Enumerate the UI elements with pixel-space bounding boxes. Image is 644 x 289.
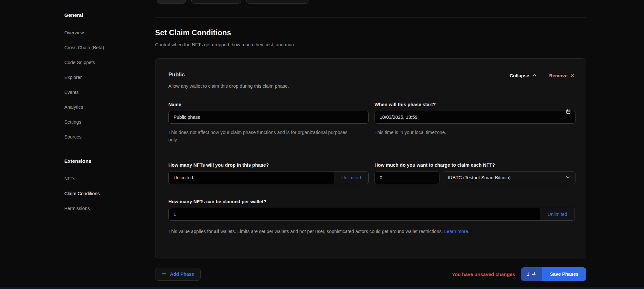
start-time-field: When will this phase start? This time is…	[375, 102, 575, 144]
phases-footer: Add Phase You have unsaved changes 1 Sav…	[155, 267, 586, 281]
toolbar-button[interactable]	[157, 0, 186, 4]
sidebar-item-settings[interactable]: Settings	[64, 115, 140, 129]
plus-icon	[162, 271, 166, 277]
per-wallet-input[interactable]	[169, 208, 540, 220]
sidebar-item-cross-chain[interactable]: Cross Chain (Beta)	[64, 40, 140, 55]
supply-label: How many NFTs will you drop in this phas…	[168, 162, 369, 168]
copy-icon	[196, 0, 200, 0]
sidebar-item-permissions[interactable]: Permissions	[64, 201, 140, 216]
phase-title: Public	[168, 72, 289, 78]
start-time-helper: This time is in your local timezone.	[375, 129, 575, 136]
calendar-icon[interactable]	[566, 109, 571, 116]
name-input[interactable]	[168, 111, 369, 124]
external-link-icon	[294, 0, 298, 0]
supply-input[interactable]	[169, 172, 334, 184]
start-time-label: When will this phase start?	[375, 102, 575, 107]
sidebar-section-extensions: Extensions	[64, 154, 140, 169]
learn-more-link[interactable]: Learn more	[444, 229, 468, 234]
transaction-count-button[interactable]: 1	[521, 267, 542, 281]
name-helper: This does not affect how your claim phas…	[168, 129, 349, 144]
sidebar-item-claim-conditions[interactable]: Claim Conditions	[64, 186, 140, 201]
unsaved-changes-text: You have unsaved changes	[452, 272, 515, 277]
contract-address-badge[interactable]: 0xeDc6...906c5	[191, 0, 241, 4]
save-phases-split-button: 1 Save Phases	[521, 267, 586, 281]
close-icon	[570, 73, 575, 79]
sidebar-item-analytics[interactable]: Analytics	[64, 100, 140, 115]
chevron-down-icon	[565, 175, 570, 181]
explorer-link-badge[interactable]: Rootstock Blockscout	[246, 0, 309, 4]
collapse-label: Collapse	[510, 73, 529, 78]
collapse-button[interactable]: Collapse	[510, 73, 537, 79]
sidebar-item-nfts[interactable]: NFTs	[64, 171, 140, 186]
add-phase-label: Add Phase	[170, 272, 194, 277]
transaction-count: 1	[527, 272, 530, 277]
sidebar-item-code-snippets[interactable]: Code Snippets	[64, 55, 140, 70]
start-time-input[interactable]	[375, 111, 575, 124]
sidebar-item-events[interactable]: Events	[64, 85, 140, 100]
phase-description: Allow any wallet to claim this drop duri…	[168, 83, 289, 89]
save-phases-button[interactable]: Save Phases	[542, 267, 586, 281]
contract-sidebar: General Overview Cross Chain (Beta) Code…	[64, 8, 140, 216]
page-subtitle: Control when the NFTs get dropped, how m…	[155, 42, 297, 47]
price-amount-input[interactable]	[375, 171, 439, 184]
section-divider	[155, 17, 586, 17]
sidebar-item-sources[interactable]: Sources	[64, 129, 140, 144]
remove-button[interactable]: Remove	[549, 73, 575, 79]
phase-card-public: Public Allow any wallet to claim this dr…	[155, 58, 586, 259]
per-wallet-field: How many NFTs can be claimed per wallet?…	[168, 199, 575, 237]
per-wallet-label: How many NFTs can be claimed per wallet?	[168, 199, 575, 204]
price-field: How much do you want to charge to claim …	[375, 162, 575, 184]
per-wallet-unlimited-button[interactable]: Unlimited	[540, 208, 575, 220]
swap-arrows-icon	[532, 272, 536, 277]
bottom-banner-edge	[0, 287, 644, 289]
remove-label: Remove	[549, 73, 567, 78]
sidebar-item-explorer[interactable]: Explorer	[64, 70, 140, 85]
chevron-up-icon	[532, 73, 537, 79]
name-field: Name This does not affect how your claim…	[168, 102, 369, 144]
page-title: Set Claim Conditions	[155, 28, 231, 37]
per-wallet-helper: This value applies for all wallets. Limi…	[168, 227, 571, 237]
supply-unlimited-button[interactable]: Unlimited	[334, 172, 368, 184]
currency-select[interactable]: tRBTC (Testnet Smart Bitcoin)	[443, 171, 575, 184]
helper-bold-all: all	[214, 229, 219, 234]
price-label: How much do you want to charge to claim …	[375, 162, 575, 168]
name-label: Name	[168, 102, 369, 107]
supply-field: How many NFTs will you drop in this phas…	[168, 162, 369, 184]
add-phase-button[interactable]: Add Phase	[155, 268, 201, 281]
sidebar-section-general: General	[64, 8, 140, 23]
sidebar-item-overview[interactable]: Overview	[64, 25, 140, 40]
main-content: 0xeDc6...906c5 Rootstock Blockscout Set …	[155, 0, 587, 289]
currency-selected-value: tRBTC (Testnet Smart Bitcoin)	[448, 175, 511, 180]
claim-conditions-page: General Overview Cross Chain (Beta) Code…	[0, 0, 644, 289]
